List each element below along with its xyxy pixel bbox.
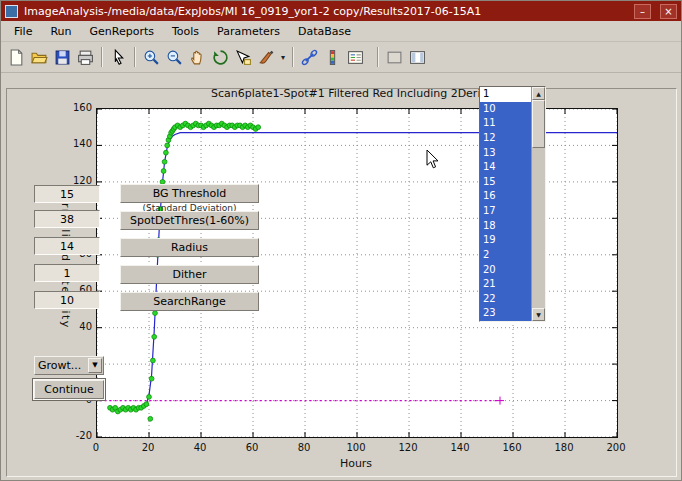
dither-label-button[interactable]: Dither	[120, 265, 259, 284]
x-tick-label: 0	[81, 442, 111, 453]
data-cursor-button[interactable]	[232, 46, 255, 69]
new-document-icon	[8, 49, 25, 66]
x-tick-label: 200	[601, 442, 631, 453]
insert-colorbar-button[interactable]	[321, 46, 344, 69]
mouse-cursor	[426, 149, 440, 170]
colorbar-icon	[324, 49, 341, 66]
menu-item-database[interactable]: DataBase	[289, 23, 360, 40]
list-item[interactable]: 23	[480, 306, 531, 321]
list-item[interactable]: 2	[480, 248, 531, 263]
save-button[interactable]	[51, 46, 74, 69]
list-item[interactable]: 11	[480, 116, 531, 131]
figure-toolbar: ▾	[1, 42, 681, 73]
list-item[interactable]: 14	[480, 160, 531, 175]
list-item[interactable]: 15	[480, 175, 531, 190]
brush-dropdown-button[interactable]: ▾	[278, 53, 288, 62]
insert-legend-button[interactable]	[344, 46, 367, 69]
zoom-out-button[interactable]	[163, 46, 186, 69]
toolbar-separator	[101, 47, 103, 67]
brush-icon	[258, 49, 275, 66]
show-plot-tools-icon	[409, 49, 426, 66]
hide-plot-tools-button[interactable]	[383, 46, 406, 69]
toolbar-separator	[377, 47, 379, 67]
chevron-down-icon: ▼	[88, 358, 102, 373]
app-window: ImageAnalysis-/media/data/ExpJobs/MI 16_…	[0, 0, 682, 481]
arrow-pointer-icon	[110, 49, 127, 66]
list-item[interactable]: 21	[480, 277, 531, 292]
zoom-in-button[interactable]	[140, 46, 163, 69]
spot-listbox[interactable]: 1 10 11 12 13 14 15 16 17 18 19 2 20 21 …	[479, 86, 546, 322]
scroll-down-icon[interactable]: ▼	[532, 308, 545, 321]
y-tick-label: 40	[48, 321, 92, 332]
list-item[interactable]: 10	[480, 102, 531, 117]
list-item[interactable]: 22	[480, 292, 531, 307]
searchrange-label-button[interactable]: SearchRange	[120, 292, 259, 311]
printer-icon	[77, 49, 94, 66]
list-item[interactable]: 12	[480, 131, 531, 146]
pan-button[interactable]	[186, 46, 209, 69]
scrollbar-thumb[interactable]	[532, 100, 545, 148]
list-item[interactable]: 13	[480, 146, 531, 161]
x-tick-label: 160	[497, 442, 527, 453]
x-tick-label: 40	[185, 442, 215, 453]
rotate-3d-button[interactable]	[209, 46, 232, 69]
pointer-tool-button[interactable]	[107, 46, 130, 69]
link-plots-button[interactable]	[298, 46, 321, 69]
scroll-up-icon[interactable]: ▲	[532, 87, 545, 100]
list-item[interactable]: 20	[480, 263, 531, 278]
searchrange-input[interactable]	[34, 291, 100, 309]
list-item[interactable]: 1	[480, 87, 531, 102]
figure-canvas: Scan6plate1-Spot#1 Filtered Red Includin…	[1, 73, 682, 481]
menu-item-file[interactable]: File	[5, 23, 41, 40]
chevron-down-icon: ▾	[281, 53, 285, 62]
spotdetthres-label-button[interactable]: SpotDetThres(1-60%)	[120, 211, 259, 230]
legend-icon	[347, 49, 364, 66]
brush-button[interactable]	[255, 46, 278, 69]
radius-input[interactable]	[34, 237, 100, 255]
y-tick-label: 160	[48, 102, 92, 113]
y-tick-label: 140	[48, 138, 92, 149]
radius-label-button[interactable]: Radius	[120, 238, 259, 257]
print-button[interactable]	[74, 46, 97, 69]
titlebar[interactable]: ImageAnalysis-/media/data/ExpJobs/MI 16_…	[1, 1, 681, 21]
x-tick-label: 100	[341, 442, 371, 453]
spot-list: 1 10 11 12 13 14 15 16 17 18 19 2 20 21 …	[480, 87, 531, 321]
growth-dropdown-value: Growt...	[35, 359, 88, 372]
x-tick-label: 180	[549, 442, 579, 453]
window-title: ImageAnalysis-/media/data/ExpJobs/MI 16_…	[24, 5, 625, 18]
show-plot-tools-button[interactable]	[406, 46, 429, 69]
floppy-disk-icon	[54, 49, 71, 66]
x-tick-label: 60	[237, 442, 267, 453]
growth-dropdown[interactable]: Growt... ▼	[34, 356, 104, 375]
zoom-out-icon	[166, 49, 183, 66]
new-file-button[interactable]	[5, 46, 28, 69]
x-tick-label: 20	[133, 442, 163, 453]
list-item[interactable]: 17	[480, 204, 531, 219]
list-item[interactable]: 18	[480, 219, 531, 234]
x-axis-label: Hours	[96, 457, 616, 470]
data-cursor-icon	[235, 49, 252, 66]
open-folder-icon	[31, 49, 48, 66]
menu-item-parameters[interactable]: Parameters	[208, 23, 289, 40]
y-tick-label: -20	[48, 430, 92, 441]
continue-button[interactable]: Continue	[34, 380, 104, 399]
spotdetthres-input[interactable]	[34, 210, 100, 228]
x-tick-label: 140	[445, 442, 475, 453]
bg-threshold-label-button[interactable]: BG Threshold	[120, 184, 259, 203]
zoom-in-icon	[143, 49, 160, 66]
dither-input[interactable]	[34, 264, 100, 282]
x-tick-label: 80	[289, 442, 319, 453]
toolbar-separator	[292, 47, 294, 67]
toolbar-separator	[134, 47, 136, 67]
list-item[interactable]: 16	[480, 189, 531, 204]
bg-threshold-input[interactable]	[34, 185, 100, 203]
menu-item-tools[interactable]: Tools	[163, 23, 208, 40]
close-button[interactable]: ×	[660, 4, 677, 19]
list-item[interactable]: 19	[480, 233, 531, 248]
listbox-scrollbar[interactable]: ▲ ▼	[531, 87, 545, 321]
minimize-button[interactable]: –	[634, 4, 651, 19]
menu-item-run[interactable]: Run	[41, 23, 80, 40]
menu-item-genreports[interactable]: GenReports	[81, 23, 163, 40]
chain-link-icon	[301, 49, 318, 66]
open-file-button[interactable]	[28, 46, 51, 69]
